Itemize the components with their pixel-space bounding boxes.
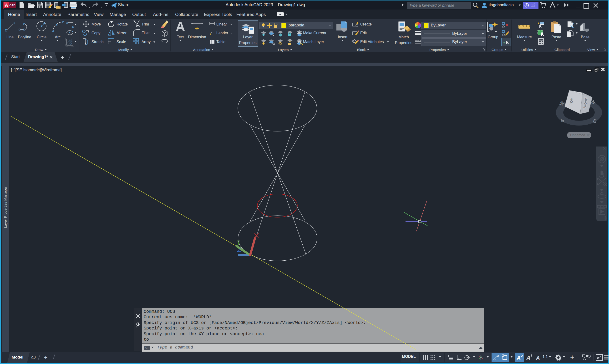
svg-text:A: A	[526, 354, 531, 361]
svg-text:Unnamed: Unnamed	[570, 133, 585, 137]
svg-text:A: A	[516, 354, 521, 361]
svg-text:A: A	[536, 355, 540, 361]
